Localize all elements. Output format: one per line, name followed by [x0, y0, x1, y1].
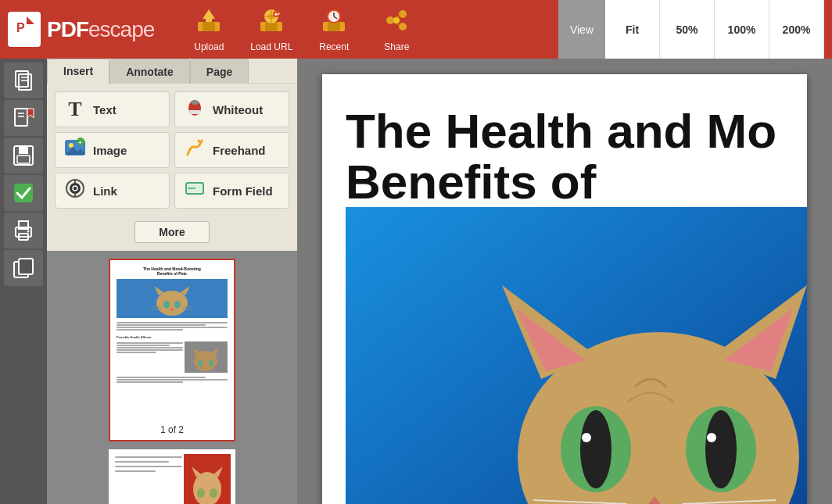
tab-bar: Insert Annotate Page	[47, 59, 297, 84]
svg-point-74	[198, 360, 203, 366]
link-tool-label: Link	[93, 184, 117, 198]
main-content: The Health and Mo Benefits of	[297, 59, 832, 504]
image-tool-icon: +	[63, 138, 87, 163]
tool-whiteout[interactable]: Whiteout	[174, 91, 289, 127]
upload-label: Upload	[194, 41, 224, 52]
sidebar-save-icon[interactable]	[4, 138, 43, 173]
tab-page[interactable]: Page	[190, 59, 249, 84]
freehand-tool-icon	[183, 138, 206, 163]
sidebar-pages-icon[interactable]	[4, 63, 43, 98]
svg-point-44	[191, 100, 199, 105]
load-url-label: Load URL	[250, 41, 292, 52]
svg-point-20	[399, 10, 407, 18]
svg-point-65	[163, 301, 170, 309]
recent-icon	[320, 6, 348, 38]
svg-point-19	[386, 16, 394, 24]
zoom-100[interactable]: 100%	[715, 0, 769, 59]
view-button[interactable]: View	[558, 0, 605, 59]
svg-point-92	[580, 410, 611, 488]
load-url-button[interactable]: ↩ Load URL	[240, 2, 303, 56]
sidebar-check-icon[interactable]	[4, 175, 43, 211]
tool-text[interactable]: T Text	[55, 91, 170, 127]
svg-text:P: P	[16, 21, 25, 34]
thumbnail-1[interactable]: The Health and Mood-BoostingBenefits of …	[109, 259, 235, 441]
svg-point-24	[393, 17, 400, 23]
more-button[interactable]: More	[134, 221, 209, 243]
sidebar-copy-icon[interactable]	[4, 250, 43, 286]
recent-label: Recent	[319, 41, 349, 52]
tab-annotate[interactable]: Annotate	[109, 59, 190, 84]
svg-point-54	[70, 183, 81, 194]
thumbnail-1-label: 1 of 2	[113, 423, 231, 437]
svg-rect-34	[19, 146, 28, 154]
logo-icon: P	[8, 12, 41, 47]
left-panel: Insert Annotate Page T Text Whiteout	[47, 59, 297, 504]
svg-rect-45	[188, 110, 201, 114]
freehand-tool-label: Freehand	[213, 144, 266, 157]
svg-point-66	[174, 301, 181, 309]
svg-text:+: +	[78, 139, 82, 146]
svg-rect-42	[19, 259, 33, 274]
svg-marker-30	[27, 109, 34, 118]
thumbnails-panel: The Health and Mood-BoostingBenefits of …	[47, 251, 297, 504]
svg-point-95	[707, 433, 716, 442]
load-url-icon: ↩	[257, 6, 285, 38]
svg-point-40	[27, 231, 30, 233]
sidebar-bookmark-icon[interactable]	[4, 100, 43, 136]
svg-text:↩: ↩	[274, 11, 280, 18]
pdf-page: The Health and Mo Benefits of	[322, 74, 807, 504]
svg-point-94	[582, 433, 591, 442]
header: P PDFescape Upload	[0, 0, 832, 59]
sidebar-icons	[0, 59, 47, 504]
svg-point-62	[156, 291, 188, 316]
zoom-200[interactable]: 200%	[769, 0, 824, 59]
thumbnail-2[interactable]: 2	[109, 449, 235, 504]
logo-text: PDFescape	[47, 17, 154, 42]
pdf-title-line1: The Health and Mo	[346, 104, 776, 158]
svg-point-81	[210, 488, 217, 498]
recent-button[interactable]: Recent	[303, 2, 365, 56]
zoom-50[interactable]: 50%	[660, 0, 715, 59]
zoom-fit[interactable]: Fit	[605, 0, 660, 59]
svg-rect-29	[15, 109, 27, 126]
svg-point-21	[399, 23, 407, 30]
text-tool-label: Text	[93, 103, 117, 116]
thumbnail-1-image: The Health and Mood-BoostingBenefits of …	[113, 263, 231, 420]
svg-point-75	[209, 360, 213, 366]
upload-icon	[195, 6, 223, 38]
whiteout-tool-icon	[183, 97, 206, 122]
tool-form-field[interactable]: Form Field	[174, 173, 289, 209]
more-btn-wrap: More	[47, 216, 297, 251]
svg-rect-5	[203, 22, 215, 31]
share-button[interactable]: Share	[365, 2, 428, 56]
insert-tools-grid: T Text Whiteout	[47, 84, 297, 216]
text-tool-icon: T	[63, 98, 87, 121]
svg-point-67	[170, 308, 174, 311]
share-icon	[382, 6, 411, 38]
upload-button[interactable]: Upload	[178, 2, 240, 56]
zoom-controls: Fit 50% 100% 200%	[605, 0, 824, 59]
pdf-title-line2: Benefits of	[346, 155, 596, 209]
image-tool-label: Image	[93, 144, 127, 157]
form-field-tool-label: Form Field	[213, 184, 273, 198]
svg-point-80	[197, 488, 205, 498]
svg-rect-35	[17, 155, 30, 163]
share-label: Share	[384, 41, 409, 52]
form-field-tool-icon	[183, 178, 206, 203]
logo[interactable]: P PDFescape	[8, 12, 154, 47]
tab-insert[interactable]: Insert	[47, 59, 109, 84]
link-tool-icon	[63, 178, 87, 203]
sidebar-printer-icon[interactable]	[4, 213, 43, 248]
tool-freehand[interactable]: Freehand	[174, 132, 289, 168]
svg-marker-4	[203, 9, 215, 23]
whiteout-tool-label: Whiteout	[213, 103, 263, 116]
svg-point-93	[705, 410, 737, 488]
tool-link[interactable]: Link	[55, 173, 170, 209]
thumbnail-2-image	[113, 454, 231, 504]
tool-image[interactable]: + Image	[55, 132, 170, 168]
